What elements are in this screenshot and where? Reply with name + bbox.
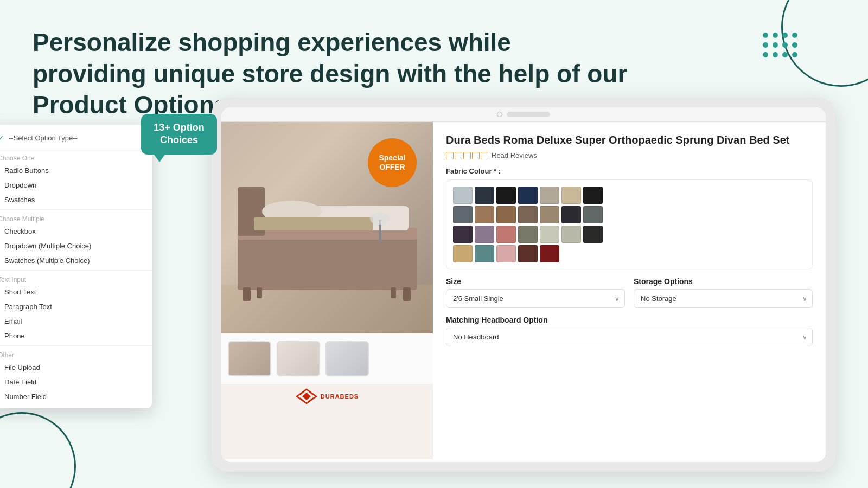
menu-item-email[interactable]: Email — [0, 314, 152, 329]
star-rating: Read Reviews — [446, 151, 813, 159]
options-row: Size 2'6 Small Single 3'0 Single 4'0 Dou… — [446, 277, 813, 308]
section-other-label: Other — [0, 348, 152, 360]
browser-url-bar[interactable] — [507, 112, 550, 117]
colour-swatch-22[interactable] — [475, 245, 494, 262]
colour-swatch-20[interactable] — [583, 226, 603, 243]
option-choices-badge: 13+ OptionChoices — [141, 114, 217, 155]
colour-swatch-21[interactable] — [453, 245, 473, 262]
svg-rect-6 — [254, 217, 373, 230]
size-label: Size — [446, 277, 625, 286]
colour-swatch-9[interactable] — [496, 206, 516, 223]
colour-swatch-25[interactable] — [540, 245, 559, 262]
brand-name: DURABEDS — [321, 393, 359, 400]
badge-label: 13+ OptionChoices — [154, 122, 205, 145]
size-option-group: Size 2'6 Small Single 3'0 Single 4'0 Dou… — [446, 277, 625, 308]
colour-swatch-4[interactable] — [540, 187, 559, 204]
thumbnail-2[interactable] — [277, 341, 320, 376]
section-choose-one-label: Choose One — [0, 151, 152, 163]
star-4 — [472, 152, 480, 159]
svg-rect-8 — [403, 287, 411, 301]
headboard-select-wrapper: No Headboard Roma Headboard Deluxe Headb… — [446, 328, 813, 346]
section-text-input-label: Text Input — [0, 273, 152, 285]
colour-swatch-24[interactable] — [518, 245, 538, 262]
menu-item-checkbox[interactable]: Checkbox — [0, 224, 152, 239]
tablet-device: SpecialOFFER DUR — [212, 98, 835, 472]
menu-divider-3 — [0, 270, 152, 271]
colour-swatch-1[interactable] — [475, 187, 494, 204]
browser-circle — [497, 112, 502, 117]
colour-swatch-0[interactable] — [453, 187, 473, 204]
svg-rect-7 — [243, 287, 251, 301]
svg-rect-10 — [391, 287, 396, 298]
thumbnail-row — [221, 333, 433, 384]
star-3 — [463, 152, 471, 159]
product-images-section: SpecialOFFER DUR — [221, 122, 433, 459]
colour-swatch-19[interactable] — [561, 226, 581, 243]
menu-item-swatches-multiple[interactable]: Swatches (Multiple Choice) — [0, 253, 152, 268]
brand-logo-icon — [296, 388, 317, 404]
menu-item-paragraph-text[interactable]: Paragraph Text — [0, 299, 152, 314]
headboard-select[interactable]: No Headboard Roma Headboard Deluxe Headb… — [446, 328, 813, 346]
main-product-image: SpecialOFFER — [221, 122, 433, 333]
storage-option-group: Storage Options No Storage 2 Drawer 4 Dr… — [634, 277, 813, 308]
menu-item-number-field[interactable]: Number Field — [0, 389, 152, 404]
colour-swatch-10[interactable] — [518, 206, 538, 223]
colour-swatch-6[interactable] — [583, 187, 603, 204]
product-title: Dura Beds Roma Deluxe Super Orthopaedic … — [446, 133, 813, 147]
colour-swatch-12[interactable] — [561, 206, 581, 223]
read-reviews-link[interactable]: Read Reviews — [492, 151, 537, 159]
section-choose-multiple-label: Choose Multiple — [0, 212, 152, 224]
special-offer-badge: SpecialOFFER — [368, 138, 417, 187]
colour-swatch-16[interactable] — [496, 226, 516, 243]
browser-bar — [221, 107, 826, 122]
decorative-dots — [763, 33, 797, 57]
special-offer-text: SpecialOFFER — [379, 153, 405, 172]
menu-item-short-text[interactable]: Short Text — [0, 285, 152, 299]
colour-swatch-11[interactable] — [540, 206, 559, 223]
svg-rect-9 — [257, 287, 262, 298]
size-select-wrapper: 2'6 Small Single 3'0 Single 4'0 Double 4… — [446, 289, 625, 308]
tablet-screen: SpecialOFFER DUR — [221, 107, 826, 462]
menu-divider-1 — [0, 149, 152, 149]
svg-rect-1 — [238, 236, 417, 290]
brand-logo: DURABEDS — [221, 384, 433, 409]
product-info-section: Dura Beds Roma Deluxe Super Orthopaedic … — [433, 122, 826, 459]
colour-swatch-17[interactable] — [518, 226, 538, 243]
colour-swatch-13[interactable] — [583, 206, 603, 223]
menu-header[interactable]: ✓ --Select Option Type-- — [0, 129, 152, 146]
storage-select[interactable]: No Storage 2 Drawer 4 Drawer — [634, 289, 813, 308]
headboard-label: Matching Headboard Option — [446, 316, 813, 324]
menu-item-phone[interactable]: Phone — [0, 329, 152, 343]
menu-item-file-upload[interactable]: File Upload — [0, 360, 152, 375]
colour-swatch-7[interactable] — [453, 206, 473, 223]
storage-select-wrapper: No Storage 2 Drawer 4 Drawer — [634, 289, 813, 308]
size-select[interactable]: 2'6 Small Single 3'0 Single 4'0 Double 4… — [446, 289, 625, 308]
star-1 — [446, 152, 454, 159]
product-area: SpecialOFFER DUR — [221, 122, 826, 459]
menu-item-dropdown-multiple[interactable]: Dropdown (Multiple Choice) — [0, 239, 152, 253]
colour-swatch-23[interactable] — [496, 245, 516, 262]
menu-divider-2 — [0, 209, 152, 210]
colour-swatch-18[interactable] — [540, 226, 559, 243]
star-2 — [455, 152, 462, 159]
storage-label: Storage Options — [634, 277, 813, 286]
stars-container — [446, 152, 488, 159]
menu-item-dropdown[interactable]: Dropdown — [0, 178, 152, 192]
decorative-circle-bottom-left — [0, 412, 76, 488]
menu-divider-4 — [0, 345, 152, 346]
fabric-colour-label: Fabric Colour * : — [446, 167, 813, 175]
colour-swatch-8[interactable] — [475, 206, 494, 223]
menu-item-date-field[interactable]: Date Field — [0, 375, 152, 389]
thumbnail-3[interactable] — [326, 341, 369, 376]
colour-swatch-5[interactable] — [561, 187, 581, 204]
svg-point-12 — [370, 212, 390, 225]
colour-swatch-3[interactable] — [518, 187, 538, 204]
colour-swatch-2[interactable] — [496, 187, 516, 204]
thumbnail-1[interactable] — [228, 341, 271, 376]
menu-item-radio-buttons[interactable]: Radio Buttons — [0, 163, 152, 178]
headboard-section: Matching Headboard Option No Headboard R… — [446, 316, 813, 346]
colour-swatch-14[interactable] — [453, 226, 473, 243]
menu-item-swatches[interactable]: Swatches — [0, 192, 152, 207]
colour-swatch-15[interactable] — [475, 226, 494, 243]
fabric-colour-section: Fabric Colour * : — [446, 167, 813, 269]
